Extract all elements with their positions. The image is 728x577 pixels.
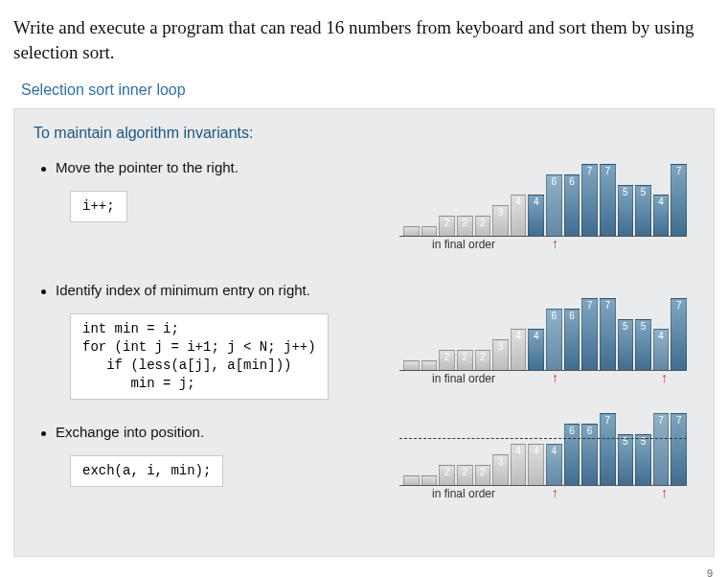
bar-label: 7 [582, 166, 597, 176]
bar-label: 3 [493, 207, 508, 218]
bar: 6 [581, 424, 598, 486]
bar: 3 [492, 454, 509, 485]
bar [421, 360, 438, 371]
bar-label: 4 [512, 446, 526, 456]
step-text: Exchange into position. [56, 424, 204, 440]
bar: 2 [457, 216, 473, 237]
bar-label: 4 [654, 331, 669, 341]
bar-label: 2 [440, 467, 454, 477]
bar [421, 475, 438, 486]
bar-label: 2 [458, 218, 472, 228]
bar [403, 475, 420, 486]
bar [421, 226, 438, 237]
bar-label: 7 [671, 300, 686, 311]
bar [403, 360, 420, 371]
bar: 7 [600, 413, 616, 485]
bar-label: 7 [601, 166, 615, 176]
bar: 6 [564, 309, 580, 371]
bar-label: 4 [512, 196, 526, 207]
bar-label: 4 [512, 331, 526, 341]
bar: 5 [618, 434, 634, 486]
pointer-arrow-icon: ↑ [552, 485, 558, 500]
final-order-label: in final order [432, 372, 495, 385]
bar [403, 226, 420, 237]
question-prompt: Write and execute a program that can rea… [13, 15, 715, 64]
bullet-icon [41, 167, 46, 172]
bar-label: 6 [565, 176, 580, 187]
final-order-label: in final order [432, 487, 495, 500]
bar: 3 [492, 205, 509, 236]
final-order-label: in final order [432, 238, 495, 251]
bar-label: 4 [654, 196, 669, 207]
bar: 7 [671, 298, 687, 370]
chart-step3: 22234446675577in final order↑↑ [399, 403, 687, 503]
bar-label: 2 [440, 218, 454, 228]
dashed-guide [399, 438, 687, 439]
bar: 5 [618, 319, 634, 371]
bar: 7 [581, 164, 598, 236]
bar: 4 [653, 329, 670, 370]
bar-label: 2 [440, 352, 454, 362]
bar-label: 6 [547, 311, 561, 321]
bar: 3 [492, 339, 509, 370]
bullet-icon [41, 289, 46, 294]
bar: 7 [653, 413, 670, 485]
bar-label: 4 [547, 446, 561, 456]
bar-label: 6 [565, 311, 580, 321]
bar-label: 5 [636, 321, 650, 332]
bar-label: 6 [565, 426, 580, 436]
bar: 4 [511, 329, 527, 370]
bar: 2 [475, 216, 491, 237]
bar: 4 [528, 329, 544, 370]
bar-label: 6 [547, 176, 561, 187]
bar-label: 5 [619, 436, 633, 447]
bar: 2 [475, 350, 491, 371]
bar-label: 4 [529, 196, 543, 207]
bar-label: 7 [601, 415, 615, 426]
bar-label: 4 [529, 331, 543, 341]
bar-label: 2 [476, 352, 490, 362]
bar: 4 [528, 195, 544, 236]
bar: 7 [671, 413, 687, 485]
bar: 4 [511, 195, 527, 236]
bar-label: 7 [582, 300, 597, 311]
algorithm-panel: To maintain algorithm invariants: Move t… [13, 108, 715, 557]
code-find-min: int min = i; for (int j = i+1; j < N; j+… [70, 313, 329, 400]
bar: 4 [511, 444, 527, 485]
chart-step1: 22234466775547in final order↑ [399, 153, 687, 254]
bar-label: 5 [636, 187, 650, 197]
bar: 4 [528, 444, 544, 485]
bar-label: 5 [619, 187, 633, 197]
bar-label: 5 [636, 436, 650, 447]
step-text: Move the pointer to the right. [56, 159, 239, 175]
bar-label: 7 [671, 415, 686, 426]
bar: 7 [581, 298, 598, 370]
bar-label: 4 [529, 446, 543, 456]
bar-label: 2 [458, 467, 472, 477]
pointer-arrow-icon: ↑ [552, 370, 558, 385]
bar-label: 7 [671, 166, 686, 176]
section-title: Selection sort inner loop [21, 81, 715, 99]
step-move-pointer: Move the pointer to the right. i++; 2223… [14, 159, 714, 265]
bar-label: 3 [493, 456, 508, 467]
bar-label: 7 [654, 415, 669, 426]
bar: 6 [546, 309, 562, 371]
bar: 7 [600, 164, 616, 236]
bar: 5 [635, 185, 651, 237]
chart-step2: 22234466775547in final order↑↑ [399, 288, 687, 388]
bar-label: 2 [476, 467, 490, 477]
pointer-arrow-icon: ↑ [552, 236, 558, 251]
bar-label: 3 [493, 341, 508, 352]
bar: 2 [475, 465, 491, 486]
bar: 5 [618, 185, 634, 237]
bullet-icon [41, 431, 46, 436]
bar-label: 6 [582, 426, 597, 436]
bar-label: 5 [619, 321, 633, 332]
bar: 5 [635, 434, 651, 486]
code-i-plus-plus: i++; [70, 191, 127, 222]
bar-label: 2 [458, 352, 472, 362]
pointer-arrow-icon: ↑ [661, 370, 668, 385]
pointer-arrow-icon: ↑ [661, 485, 668, 500]
code-exchange: exch(a, i, min); [70, 455, 223, 487]
panel-subhead: To maintain algorithm invariants: [34, 125, 714, 142]
